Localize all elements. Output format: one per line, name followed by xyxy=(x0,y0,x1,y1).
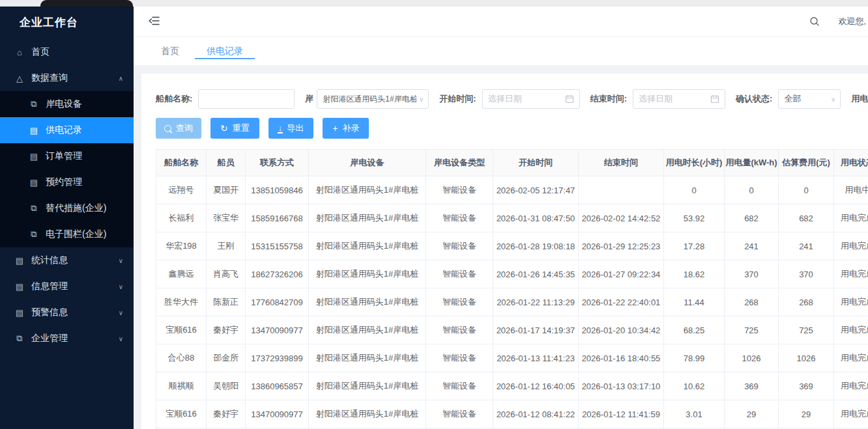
shore-device-label: 岸 xyxy=(305,93,314,105)
panel: 船舶名称: 岸 射阳港区通用码头1#岸电桩 ∨ 开始时间: 选择日期 xyxy=(141,74,868,429)
main-area: 欢迎您, 首页供电记录 船舶名称: 岸 射阳港区通用码头1#岸电桩 ∨ 开始时间… xyxy=(134,7,868,429)
sidebar: 企业工作台 ⌂首页△数据查询∧⧉岸电设备▤供电记录▤订单管理▤预约管理⧉替代措施… xyxy=(0,7,134,429)
records-table: 船舶名称船员联系方式岸电设备岸电设备类型开始时间结束时间用电时长(小时)用电量(… xyxy=(156,149,868,429)
table-cell: 远翔号 xyxy=(156,176,207,204)
tab-power-supply-records[interactable]: 供电记录 xyxy=(205,37,244,65)
table-row: 鑫腾远肖高飞18627326206射阳港区通用码头1#岸电桩智能设备2026-0… xyxy=(156,260,868,288)
reset-button[interactable]: ↻ 重置 xyxy=(210,118,259,139)
table-cell: 1026 xyxy=(725,344,779,372)
sidebar-item-label: 岸电设备 xyxy=(46,98,82,110)
supplement-button[interactable]: + 补录 xyxy=(323,118,369,139)
query-button[interactable]: 查询 xyxy=(156,118,201,139)
chevron-down-icon: ∨ xyxy=(119,257,123,264)
shore-device-select-value: 射阳港区通用码头1#岸电桩 xyxy=(323,94,416,105)
shore-device-select[interactable]: 射阳港区通用码头1#岸电桩 ∨ xyxy=(317,89,429,109)
sidebar-item-label: 替代措施(企业) xyxy=(46,202,106,214)
table-cell: 宝顺616 xyxy=(156,316,207,344)
table-cell: 智能设备 xyxy=(426,316,493,344)
enterprise-icon: ⧉ xyxy=(14,333,25,344)
sidebar-item-home[interactable]: ⌂首页 xyxy=(0,39,134,65)
confirm-status-select-value: 全部 xyxy=(784,93,801,105)
table-cell: 用电完成 xyxy=(834,232,868,260)
chevron-down-icon: ∨ xyxy=(419,96,424,103)
global-search-button[interactable] xyxy=(809,16,820,27)
table-cell: 2026-01-17 14:19:37 xyxy=(493,316,579,344)
table-cell: 2026-01-16 18:40:55 xyxy=(579,344,664,372)
tab-home[interactable]: 首页 xyxy=(160,37,181,65)
table-row: 胜华大件陈新正17760842709射阳港区通用码头1#岸电桩智能设备2026-… xyxy=(156,288,868,316)
table-cell: 268 xyxy=(779,288,834,316)
sidebar-item-statistics[interactable]: ▤统计信息∨ xyxy=(0,247,134,273)
end-time-placeholder: 选择日期 xyxy=(639,93,673,105)
sidebar-item-information-management[interactable]: ▤信息管理∨ xyxy=(0,273,134,299)
table-cell: 682 xyxy=(725,204,779,232)
ship-name-input[interactable] xyxy=(198,89,295,109)
table-cell: 2026-01-12 16:40:05 xyxy=(493,372,579,400)
topbar-right: 欢迎您, xyxy=(809,7,868,36)
table-cell: 2026-01-22 11:13:29 xyxy=(493,288,579,316)
table-cell: 369 xyxy=(779,372,834,400)
table-cell: 张宝华 xyxy=(207,204,246,232)
table-cell: 用电完成 xyxy=(834,288,868,316)
start-time-input[interactable]: 选择日期 xyxy=(482,89,580,109)
sidebar-item-alternative-measures[interactable]: ⧉替代措施(企业) xyxy=(0,195,134,221)
table-cell: 秦好宇 xyxy=(207,400,246,428)
sidebar-item-label: 预警信息 xyxy=(31,307,68,318)
table-cell: 0 xyxy=(725,176,779,204)
table-cell: 用电完成 xyxy=(834,400,868,428)
table-cell: 射阳港区通用码头1#岸电桩 xyxy=(309,232,426,260)
collapse-sidebar-button[interactable] xyxy=(148,16,160,26)
refresh-icon: ↻ xyxy=(220,124,228,133)
table-cell: 2026-01-13 03:17:10 xyxy=(579,372,664,400)
confirm-status-select[interactable]: 全部 ∨ xyxy=(778,89,841,109)
power-status-label: 用电状态: xyxy=(851,93,868,105)
sidebar-item-label: 供电记录 xyxy=(46,124,82,136)
table-cell: 智能设备 xyxy=(426,372,493,400)
table-cell: 13470090977 xyxy=(246,316,309,344)
table-cell: 射阳港区通用码头1#岸电桩 xyxy=(309,400,426,428)
table-cell: 241 xyxy=(725,232,779,260)
table-cell: 370 xyxy=(725,260,779,288)
export-button[interactable]: ↓ 导出 xyxy=(268,118,314,139)
sidebar-item-electronic-fence[interactable]: ⧉电子围栏(企业) xyxy=(0,221,134,247)
sidebar-item-reservation-management[interactable]: ▤预约管理 xyxy=(0,169,134,195)
sidebar-item-warning-information[interactable]: ▤预警信息∨ xyxy=(0,299,134,325)
chevron-down-icon: ∨ xyxy=(119,335,123,342)
end-time-input[interactable]: 选择日期 xyxy=(633,89,725,109)
collapse-sidebar-icon xyxy=(148,16,160,26)
calendar-icon xyxy=(565,94,574,104)
sidebar-item-label: 订单管理 xyxy=(46,150,82,162)
chevron-down-icon: ∨ xyxy=(831,96,835,103)
table-cell: 鑫腾远 xyxy=(156,260,207,288)
sidebar-item-enterprise-management[interactable]: ⧉企业管理∨ xyxy=(0,325,134,352)
sidebar-item-label: 统计信息 xyxy=(31,255,68,266)
column-header: 岸电设备 xyxy=(309,150,426,176)
table-cell: 夏国开 xyxy=(207,176,246,204)
table-cell: 射阳港区通用码头1#岸电桩 xyxy=(309,204,426,232)
toolbar: 查询 ↻ 重置 ↓ 导出 + 补录 xyxy=(156,118,868,139)
end-time-label: 结束时间: xyxy=(590,93,627,105)
data-query-icon: △ xyxy=(14,74,25,83)
plus-icon: + xyxy=(332,124,338,133)
sidebar-item-label: 预约管理 xyxy=(46,176,82,188)
sidebar-item-label: 信息管理 xyxy=(31,281,68,292)
sidebar-item-power-supply-records[interactable]: ▤供电记录 xyxy=(0,117,134,143)
sidebar-item-shore-power-devices[interactable]: ⧉岸电设备 xyxy=(0,91,134,117)
sidebar-submenu-data-query: ⧉岸电设备▤供电记录▤订单管理▤预约管理⧉替代措施(企业)⧉电子围栏(企业) xyxy=(0,91,134,247)
table-cell: 射阳港区通用码头1#岸电桩 xyxy=(309,372,426,400)
table-cell: 2026-01-27 09:22:34 xyxy=(579,260,664,288)
table-cell: 顺祺顺 xyxy=(156,372,207,400)
sidebar-item-order-management[interactable]: ▤订单管理 xyxy=(0,143,134,169)
table-cell: 用电完成 xyxy=(834,372,868,400)
table-cell: 长福利 xyxy=(156,204,207,232)
column-header: 船员 xyxy=(207,150,246,176)
table-cell: 用电完成 xyxy=(834,344,868,372)
table-cell: 268 xyxy=(725,288,779,316)
table-cell: 2026-01-12 08:41:22 xyxy=(493,400,579,428)
sidebar-item-data-query[interactable]: △数据查询∧ xyxy=(0,65,134,91)
table-cell: 18627326206 xyxy=(246,260,309,288)
table-cell: 胜华大件 xyxy=(156,288,207,316)
sidebar-item-label: 数据查询 xyxy=(31,72,68,84)
table-cell: 29 xyxy=(725,400,779,428)
table-row: 宝顺616秦好宇13470090977射阳港区通用码头1#岸电桩智能设备2026… xyxy=(156,400,868,428)
